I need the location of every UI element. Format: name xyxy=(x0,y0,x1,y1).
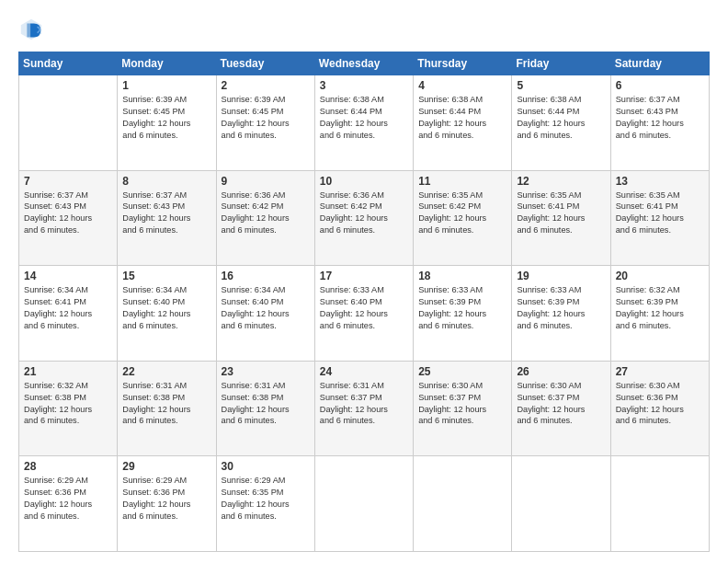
calendar-cell: 25Sunrise: 6:30 AM Sunset: 6:37 PM Dayli… xyxy=(414,361,512,456)
column-header-friday: Friday xyxy=(512,52,610,75)
day-info: Sunrise: 6:35 AM Sunset: 6:41 PM Dayligh… xyxy=(616,190,704,237)
day-number: 1 xyxy=(122,79,210,92)
day-info: Sunrise: 6:38 AM Sunset: 6:44 PM Dayligh… xyxy=(320,94,408,142)
calendar-cell: 9Sunrise: 6:36 AM Sunset: 6:42 PM Daylig… xyxy=(216,170,314,266)
logo-icon xyxy=(18,17,44,42)
calendar-cell xyxy=(414,456,512,552)
calendar-cell: 7Sunrise: 6:37 AM Sunset: 6:43 PM Daylig… xyxy=(19,170,118,266)
day-info: Sunrise: 6:33 AM Sunset: 6:39 PM Dayligh… xyxy=(418,284,506,332)
day-number: 19 xyxy=(517,270,605,282)
day-number: 8 xyxy=(122,175,210,188)
calendar-cell: 6Sunrise: 6:37 AM Sunset: 6:43 PM Daylig… xyxy=(610,75,709,171)
day-number: 18 xyxy=(418,270,506,282)
calendar-cell: 14Sunrise: 6:34 AM Sunset: 6:41 PM Dayli… xyxy=(19,266,118,362)
day-info: Sunrise: 6:30 AM Sunset: 6:37 PM Dayligh… xyxy=(517,380,605,428)
day-number: 2 xyxy=(222,79,310,92)
calendar-cell: 30Sunrise: 6:29 AM Sunset: 6:35 PM Dayli… xyxy=(216,456,314,552)
day-number: 4 xyxy=(418,79,506,92)
logo xyxy=(18,17,48,42)
calendar-cell xyxy=(610,456,709,552)
day-info: Sunrise: 6:37 AM Sunset: 6:43 PM Dayligh… xyxy=(616,94,704,142)
day-info: Sunrise: 6:32 AM Sunset: 6:38 PM Dayligh… xyxy=(24,380,112,428)
calendar-cell: 15Sunrise: 6:34 AM Sunset: 6:40 PM Dayli… xyxy=(118,266,216,362)
day-info: Sunrise: 6:29 AM Sunset: 6:35 PM Dayligh… xyxy=(222,475,310,523)
column-header-monday: Monday xyxy=(118,52,216,75)
day-info: Sunrise: 6:33 AM Sunset: 6:40 PM Dayligh… xyxy=(320,284,408,332)
calendar-cell: 24Sunrise: 6:31 AM Sunset: 6:37 PM Dayli… xyxy=(314,361,413,456)
day-info: Sunrise: 6:34 AM Sunset: 6:41 PM Dayligh… xyxy=(24,284,112,332)
calendar-cell: 2Sunrise: 6:39 AM Sunset: 6:45 PM Daylig… xyxy=(216,75,314,171)
calendar-cell: 8Sunrise: 6:37 AM Sunset: 6:43 PM Daylig… xyxy=(118,170,216,266)
day-number: 11 xyxy=(418,175,506,188)
calendar-cell: 20Sunrise: 6:32 AM Sunset: 6:39 PM Dayli… xyxy=(610,266,709,362)
day-number: 15 xyxy=(122,270,210,282)
calendar-cell: 22Sunrise: 6:31 AM Sunset: 6:38 PM Dayli… xyxy=(118,361,216,456)
day-number: 13 xyxy=(616,175,704,188)
page: SundayMondayTuesdayWednesdayThursdayFrid… xyxy=(0,0,728,563)
calendar-cell: 11Sunrise: 6:35 AM Sunset: 6:42 PM Dayli… xyxy=(414,170,512,266)
calendar-cell: 12Sunrise: 6:35 AM Sunset: 6:41 PM Dayli… xyxy=(512,170,610,266)
day-info: Sunrise: 6:35 AM Sunset: 6:41 PM Dayligh… xyxy=(517,190,605,237)
day-info: Sunrise: 6:38 AM Sunset: 6:44 PM Dayligh… xyxy=(418,94,506,142)
calendar-cell: 27Sunrise: 6:30 AM Sunset: 6:36 PM Dayli… xyxy=(610,361,709,456)
calendar-cell: 18Sunrise: 6:33 AM Sunset: 6:39 PM Dayli… xyxy=(414,266,512,362)
calendar-body: 1Sunrise: 6:39 AM Sunset: 6:45 PM Daylig… xyxy=(19,75,710,552)
day-number: 12 xyxy=(517,175,605,188)
day-number: 29 xyxy=(122,460,210,473)
calendar-header-row: SundayMondayTuesdayWednesdayThursdayFrid… xyxy=(19,52,710,75)
week-row-5: 28Sunrise: 6:29 AM Sunset: 6:36 PM Dayli… xyxy=(19,456,710,552)
calendar-cell xyxy=(19,75,118,171)
day-info: Sunrise: 6:31 AM Sunset: 6:38 PM Dayligh… xyxy=(222,380,310,428)
calendar-cell xyxy=(512,456,610,552)
day-number: 10 xyxy=(320,175,408,188)
day-number: 3 xyxy=(320,79,408,92)
day-info: Sunrise: 6:36 AM Sunset: 6:42 PM Dayligh… xyxy=(222,190,310,237)
calendar-cell: 3Sunrise: 6:38 AM Sunset: 6:44 PM Daylig… xyxy=(314,75,413,171)
calendar-cell: 17Sunrise: 6:33 AM Sunset: 6:40 PM Dayli… xyxy=(314,266,413,362)
week-row-3: 14Sunrise: 6:34 AM Sunset: 6:41 PM Dayli… xyxy=(19,266,710,362)
day-number: 20 xyxy=(616,270,704,282)
day-number: 17 xyxy=(320,270,408,282)
day-info: Sunrise: 6:39 AM Sunset: 6:45 PM Dayligh… xyxy=(122,94,210,142)
day-number: 14 xyxy=(24,270,112,282)
day-info: Sunrise: 6:30 AM Sunset: 6:36 PM Dayligh… xyxy=(616,380,704,428)
day-number: 28 xyxy=(24,460,112,473)
day-info: Sunrise: 6:34 AM Sunset: 6:40 PM Dayligh… xyxy=(222,284,310,332)
day-info: Sunrise: 6:33 AM Sunset: 6:39 PM Dayligh… xyxy=(517,284,605,332)
day-number: 24 xyxy=(320,365,408,378)
day-info: Sunrise: 6:29 AM Sunset: 6:36 PM Dayligh… xyxy=(24,475,112,523)
calendar-cell: 28Sunrise: 6:29 AM Sunset: 6:36 PM Dayli… xyxy=(19,456,118,552)
day-number: 6 xyxy=(616,79,704,92)
day-number: 7 xyxy=(24,175,112,188)
column-header-thursday: Thursday xyxy=(414,52,512,75)
day-info: Sunrise: 6:38 AM Sunset: 6:44 PM Dayligh… xyxy=(517,94,605,142)
day-number: 21 xyxy=(24,365,112,378)
calendar-cell: 21Sunrise: 6:32 AM Sunset: 6:38 PM Dayli… xyxy=(19,361,118,456)
day-info: Sunrise: 6:37 AM Sunset: 6:43 PM Dayligh… xyxy=(24,190,112,237)
calendar-table: SundayMondayTuesdayWednesdayThursdayFrid… xyxy=(18,52,710,552)
day-info: Sunrise: 6:32 AM Sunset: 6:39 PM Dayligh… xyxy=(616,284,704,332)
calendar-cell: 13Sunrise: 6:35 AM Sunset: 6:41 PM Dayli… xyxy=(610,170,709,266)
calendar-cell: 23Sunrise: 6:31 AM Sunset: 6:38 PM Dayli… xyxy=(216,361,314,456)
week-row-1: 1Sunrise: 6:39 AM Sunset: 6:45 PM Daylig… xyxy=(19,75,710,171)
day-info: Sunrise: 6:31 AM Sunset: 6:37 PM Dayligh… xyxy=(320,380,408,428)
calendar-cell: 5Sunrise: 6:38 AM Sunset: 6:44 PM Daylig… xyxy=(512,75,610,171)
column-header-wednesday: Wednesday xyxy=(314,52,413,75)
column-header-tuesday: Tuesday xyxy=(216,52,314,75)
day-info: Sunrise: 6:35 AM Sunset: 6:42 PM Dayligh… xyxy=(418,190,506,237)
calendar-cell: 26Sunrise: 6:30 AM Sunset: 6:37 PM Dayli… xyxy=(512,361,610,456)
day-number: 22 xyxy=(122,365,210,378)
day-info: Sunrise: 6:34 AM Sunset: 6:40 PM Dayligh… xyxy=(122,284,210,332)
day-number: 23 xyxy=(222,365,310,378)
week-row-4: 21Sunrise: 6:32 AM Sunset: 6:38 PM Dayli… xyxy=(19,361,710,456)
day-info: Sunrise: 6:39 AM Sunset: 6:45 PM Dayligh… xyxy=(222,94,310,142)
calendar-cell: 4Sunrise: 6:38 AM Sunset: 6:44 PM Daylig… xyxy=(414,75,512,171)
column-header-saturday: Saturday xyxy=(610,52,709,75)
day-number: 26 xyxy=(517,365,605,378)
calendar-cell: 16Sunrise: 6:34 AM Sunset: 6:40 PM Dayli… xyxy=(216,266,314,362)
calendar-cell xyxy=(314,456,413,552)
header xyxy=(18,17,710,42)
day-info: Sunrise: 6:30 AM Sunset: 6:37 PM Dayligh… xyxy=(418,380,506,428)
calendar-cell: 19Sunrise: 6:33 AM Sunset: 6:39 PM Dayli… xyxy=(512,266,610,362)
day-number: 5 xyxy=(517,79,605,92)
